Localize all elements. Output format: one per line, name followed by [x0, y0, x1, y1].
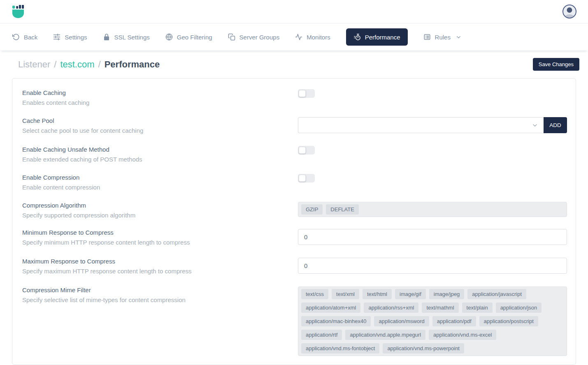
lock-icon: [103, 33, 110, 41]
tag-chip[interactable]: application/vnd.ms-excel: [429, 330, 496, 340]
nav-item-back[interactable]: Back: [12, 33, 37, 41]
toggle-knob: [299, 90, 306, 97]
tag-chip[interactable]: application/pdf: [432, 316, 476, 326]
field-label: Minimum Response to Compress: [22, 229, 288, 236]
tag-chip[interactable]: application/vnd.ms-fontobject: [301, 343, 379, 353]
field-label: Enable Compression: [22, 174, 288, 181]
nav-item-label: Geo Filtering: [177, 34, 212, 41]
performance-settings-card: Enable Caching Enables content caching C…: [12, 78, 576, 365]
cache-pool-select[interactable]: [298, 117, 544, 133]
field-help: Specify selective list of mime-types for…: [22, 296, 288, 303]
tag-chip[interactable]: application/javascript: [467, 289, 526, 299]
tag-chip[interactable]: GZIP: [301, 204, 323, 215]
nav-item-settings[interactable]: Settings: [53, 33, 87, 41]
form-row-enable-caching: Enable Caching Enables content caching: [22, 89, 567, 108]
breadcrumb-root: Listener: [18, 59, 50, 70]
nav-item-label: Monitors: [307, 34, 330, 41]
form-row-cache-pool: Cache Pool Select cache pool to use for …: [22, 117, 567, 134]
nav-item-label: Rules: [435, 34, 451, 41]
nav-item-label: Back: [24, 34, 37, 41]
field-help: Enables content caching: [22, 99, 288, 106]
compression-algorithm-tag-input[interactable]: GZIP DEFLATE: [298, 202, 567, 217]
max-response-input[interactable]: [298, 258, 567, 274]
add-cache-pool-button[interactable]: ADD: [544, 117, 567, 133]
breadcrumb-separator: /: [54, 59, 56, 70]
list-icon: [423, 33, 431, 41]
toggle-knob: [299, 175, 306, 182]
mime-filter-tag-input[interactable]: text/css text/xml text/html image/gif im…: [298, 286, 567, 356]
nav-item-server-groups[interactable]: Server Groups: [228, 33, 280, 41]
tag-chip[interactable]: application/mac-binhex40: [301, 316, 371, 326]
app-header: [0, 0, 588, 23]
nav-item-label: SSL Settings: [114, 34, 150, 41]
nav-item-label: Settings: [65, 34, 87, 41]
form-row-max-response: Maximum Response to Compress Specify max…: [22, 258, 567, 275]
field-help: Specify maximum HTTP response content le…: [22, 268, 288, 275]
back-icon: [12, 33, 20, 41]
page-head: Listener / test.com / Performance Save C…: [0, 51, 588, 78]
page-title: Performance: [105, 59, 160, 70]
tag-chip[interactable]: application/json: [496, 303, 542, 313]
save-changes-button[interactable]: Save Changes: [533, 58, 579, 71]
breadcrumb-separator: /: [98, 59, 101, 70]
activity-icon: [295, 33, 302, 41]
field-help: Enable extended caching of POST methods: [22, 156, 288, 163]
min-response-input[interactable]: [298, 229, 567, 245]
tag-chip[interactable]: text/html: [363, 289, 392, 299]
form-row-enable-caching-unsafe: Enable Caching Unsafe Method Enable exte…: [22, 146, 567, 165]
form-row-mime-filter: Compression Mime Filter Specify selectiv…: [22, 286, 567, 356]
field-label: Cache Pool: [22, 117, 288, 124]
field-help: Select cache pool to use for content cac…: [22, 127, 288, 134]
field-help: Enable content compression: [22, 184, 288, 191]
tag-chip[interactable]: text/xml: [332, 289, 359, 299]
copy-icon: [228, 33, 235, 41]
listener-toolbar: Back Settings SSL Settings Geo Filtering…: [0, 23, 588, 51]
tag-chip[interactable]: application/msword: [374, 316, 429, 326]
form-row-min-response: Minimum Response to Compress Specify min…: [22, 229, 567, 246]
field-label: Maximum Response to Compress: [22, 258, 288, 265]
avatar-body-icon: [565, 14, 574, 18]
field-label: Enable Caching Unsafe Method: [22, 146, 288, 153]
tag-chip[interactable]: application/vnd.apple.mpegurl: [345, 330, 425, 340]
tag-chip[interactable]: text/plain: [462, 303, 493, 313]
tag-chip[interactable]: application/rtf: [301, 330, 342, 340]
nav-item-monitors[interactable]: Monitors: [295, 33, 330, 41]
avatar-head-icon: [567, 7, 572, 13]
tag-chip[interactable]: application/postscript: [479, 316, 538, 326]
field-label: Enable Caching: [22, 89, 288, 96]
enable-caching-toggle[interactable]: [298, 89, 315, 98]
enable-caching-unsafe-toggle[interactable]: [298, 146, 315, 155]
nav-item-performance[interactable]: Performance: [346, 28, 408, 46]
nav-item-ssl-settings[interactable]: SSL Settings: [103, 33, 150, 41]
nav-item-rules[interactable]: Rules: [423, 33, 462, 41]
tag-chip[interactable]: image/jpeg: [429, 289, 465, 299]
brand-fist-logo[interactable]: [12, 5, 25, 18]
globe-icon: [165, 33, 173, 41]
stopwatch-icon: [353, 33, 361, 41]
tag-chip[interactable]: image/gif: [395, 289, 426, 299]
chevron-down-icon: [532, 122, 538, 129]
tag-chip[interactable]: DEFLATE: [326, 204, 359, 215]
tag-chip[interactable]: application/rss+xml: [364, 303, 418, 313]
nav-item-label: Server Groups: [239, 34, 280, 41]
breadcrumb-listener-link[interactable]: test.com: [60, 59, 94, 70]
form-row-enable-compression: Enable Compression Enable content compre…: [22, 174, 567, 193]
sliders-icon: [53, 33, 60, 41]
nav-item-geo-filtering[interactable]: Geo Filtering: [165, 33, 212, 41]
field-help: Specify supported compression algorithm: [22, 212, 288, 219]
field-help: Specify minimum HTTP response content le…: [22, 239, 288, 246]
tag-chip[interactable]: application/atom+xml: [301, 303, 360, 313]
toggle-knob: [299, 147, 306, 154]
form-row-compression-algorithm: Compression Algorithm Specify supported …: [22, 202, 567, 219]
field-label: Compression Mime Filter: [22, 286, 288, 293]
tag-chip[interactable]: application/vnd.ms-powerpoint: [383, 343, 464, 353]
breadcrumb: Listener / test.com / Performance: [18, 59, 160, 70]
chevron-down-icon: [456, 34, 462, 40]
tag-chip[interactable]: text/css: [301, 289, 328, 299]
nav-item-label: Performance: [365, 34, 400, 41]
field-label: Compression Algorithm: [22, 202, 288, 209]
user-avatar[interactable]: [562, 5, 576, 18]
enable-compression-toggle[interactable]: [298, 174, 315, 182]
tag-chip[interactable]: text/mathml: [422, 303, 458, 313]
